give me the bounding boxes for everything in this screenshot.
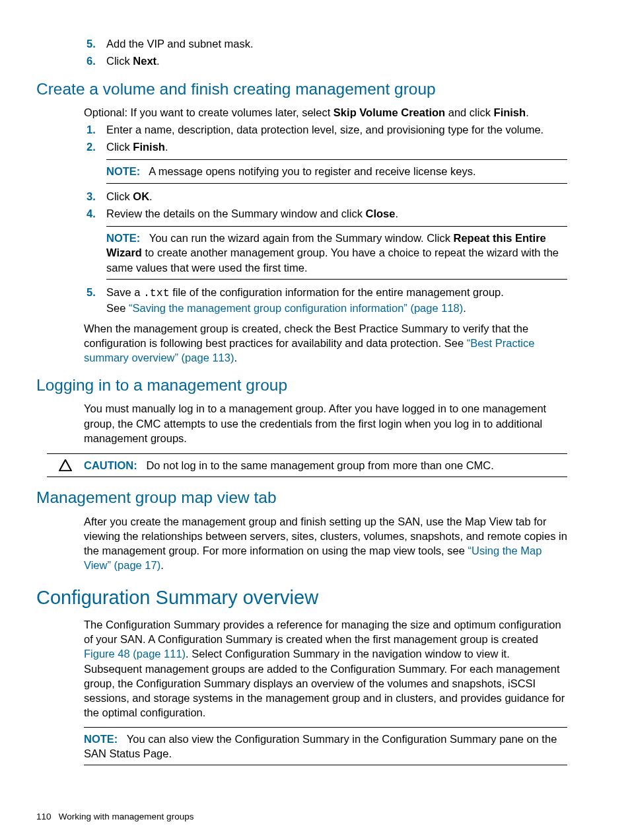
- caution-box: CAUTION: Do not log in to the same manag…: [47, 453, 567, 477]
- list-item: 4. Review the details on the Summary win…: [84, 206, 567, 221]
- note-label: NOTE:: [84, 733, 118, 745]
- link-figure-48[interactable]: Figure 48 (page 111): [84, 648, 186, 660]
- step-text: Click Finish.: [106, 139, 567, 154]
- step-number: 5.: [84, 285, 106, 316]
- list-item: 1. Enter a name, description, data prote…: [84, 122, 567, 137]
- step-number: 4.: [84, 206, 106, 221]
- caution-label: CAUTION:: [84, 459, 137, 471]
- closing-paragraph: When the management group is created, ch…: [84, 321, 567, 365]
- note-box: NOTE: You can also view the Configuratio…: [84, 727, 567, 766]
- step-text: Enter a name, description, data protecti…: [106, 122, 567, 137]
- list-item: 5. Save a .txt file of the configuration…: [84, 285, 567, 316]
- step-text: Review the details on the Summary window…: [106, 206, 567, 221]
- step-text: Click OK.: [106, 189, 567, 204]
- link-saving-config[interactable]: “Saving the management group configurati…: [129, 302, 463, 314]
- note-box: NOTE: A message opens notifying you to r…: [106, 159, 567, 183]
- list-item: 2. Click Finish.: [84, 139, 567, 154]
- caution-text: Do not log in to the same management gro…: [143, 459, 494, 471]
- heading-config-summary: Configuration Summary overview: [36, 585, 567, 611]
- intro-paragraph: Optional: If you want to create volumes …: [84, 105, 567, 120]
- list-item: 3. Click OK.: [84, 189, 567, 204]
- note-label: NOTE:: [106, 165, 140, 177]
- step-number: 3.: [84, 189, 106, 204]
- note-label: NOTE:: [106, 232, 140, 244]
- note-box: NOTE: You can run the wizard again from …: [106, 226, 567, 280]
- config-paragraph: The Configuration Summary provides a ref…: [84, 617, 567, 720]
- step-number: 6.: [84, 54, 106, 68]
- list-item: 5. Add the VIP and subnet mask.: [84, 36, 567, 51]
- step-text: Click Next.: [106, 54, 567, 68]
- step-text: Save a .txt file of the configuration in…: [106, 285, 567, 316]
- heading-map-view: Management group map view tab: [36, 486, 567, 508]
- step-text: Add the VIP and subnet mask.: [106, 36, 567, 51]
- list-item: 6. Click Next.: [84, 54, 567, 68]
- page-number: 110: [36, 812, 52, 821]
- mapview-paragraph: After you create the management group an…: [84, 514, 567, 573]
- heading-logging-in: Logging in to a management group: [36, 374, 567, 396]
- page-footer: 110 Working with management groups: [36, 812, 193, 821]
- note-text: You can also view the Configuration Summ…: [84, 733, 557, 759]
- step-number: 1.: [84, 122, 106, 137]
- caution-triangle-icon: [47, 458, 84, 471]
- step-number: 5.: [84, 36, 106, 51]
- intro-ordered-list: 5. Add the VIP and subnet mask. 6. Click…: [36, 36, 567, 69]
- footer-title: Working with management groups: [59, 812, 194, 821]
- logging-paragraph: You must manually log in to a management…: [84, 401, 567, 445]
- note-text: A message opens notifying you to registe…: [147, 165, 476, 177]
- heading-create-volume: Create a volume and finish creating mana…: [36, 78, 567, 100]
- step-number: 2.: [84, 139, 106, 154]
